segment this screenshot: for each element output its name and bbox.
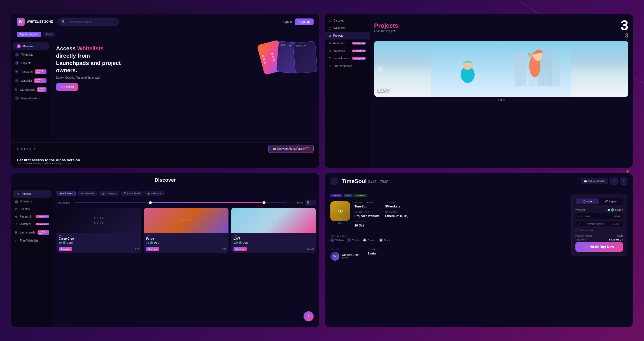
buy-button-2[interactable]: Buy now [146,247,159,251]
disc-sidebar-free[interactable]: ◌ Free Whitelists [11,237,53,244]
tab-new[interactable]: New [43,32,55,37]
item-name-2: Forge [146,237,226,240]
signup-button[interactable]: Sign Up [295,18,314,25]
buy-now-button[interactable]: 🛒 50.00 Buy Now [575,242,623,252]
prev-arrow[interactable]: ‹ [17,146,18,151]
buy-button-3[interactable]: Buy now [234,247,247,251]
item-label-3: TBA [234,235,314,237]
game-scene-svg [374,41,628,97]
card-visual-3: WHITELIST [293,41,318,74]
dot-2 [24,148,25,150]
filter-category[interactable]: ◫ Category [99,191,119,196]
next-arrow[interactable]: › [34,146,35,151]
share-icon: ⤴ [623,179,624,183]
filter-networks-icon: ⊕ [81,192,83,195]
payment-panel: Crypto Whitepay Whitelist 50 ₮ USDT 0x5b… [571,194,627,256]
landing-hero: Access Whitelists directly fromLaunchpad… [50,39,319,142]
featured-prev-arrow[interactable]: ‹ [377,66,384,72]
slider-thumb-left[interactable] [149,201,152,204]
pay-tab-crypto[interactable]: Crypto [576,198,599,204]
payment-method-row: Payment method crypto [575,235,623,237]
proj-sidebar-research[interactable]: ⊛ Research Coming soon [325,39,370,47]
proj-sidebar-watchlist[interactable]: ☆ Watchlist Coming soon [325,47,370,55]
explore-icon: ⊙ [60,85,63,88]
item-card-l3y7[interactable]: 6 TBA L3Y7 100 USDT Buy now [231,208,316,253]
hero-card-visuals: 0x12...987 WHITELIST [260,42,316,73]
filter-networks[interactable]: ⊕ Networks [78,191,98,196]
seller-name: Whitelist Zone [342,253,359,256]
pay-tab-whitepay[interactable]: Whitepay [599,198,622,204]
research-badge: Coming soon [35,69,46,74]
ts-avatar: TC 0x16... [330,201,350,221]
item-footer-2: Buy now TBC [144,246,228,253]
sidebar-item-watchlist[interactable]: ☆ Watchlist Coming soon [11,76,50,85]
pagination-dots [21,148,31,150]
disc-sidebar-launchpads[interactable]: ⚀ Launchpads Coming soon [11,228,53,237]
signin-button[interactable]: Sign in [283,20,292,24]
slider-fill [149,202,265,203]
disc-sidebar-projects[interactable]: ⊙ Projects [11,205,53,213]
buy-button-1[interactable]: Buy now [59,247,72,251]
sidebar-item-research[interactable]: ⊛ Research Coming soon [11,67,50,76]
disc-sidebar-discover[interactable]: ◎ Discover [13,190,52,198]
sidebar-item-projects[interactable]: ⊙ Projects [11,59,50,67]
sidebar-item-free-whitelists[interactable]: ◌ Free Whitelists [11,94,50,102]
disc-sidebar-watchlist[interactable]: ☆ Watchlist Coming soon [11,220,53,228]
disc-sidebar-research[interactable]: ⊛ Research Coming soon [11,213,53,220]
slider-track [75,202,287,203]
social-website[interactable]: ⊕ Website [330,238,344,242]
explore-label: Explore [64,85,74,88]
item-card-forge[interactable]: 0 x 0 2 TBA Forge 70 USDT B [144,208,228,253]
wallet-selector[interactable]: 0x5b...7946 USDT [575,213,623,219]
currency-selector[interactable]: $ [305,200,316,205]
referral-checkbox[interactable] [575,228,579,232]
filter-launchpad[interactable]: ⚀ Launchpad [121,191,143,196]
sidebar-item-launchpads[interactable]: ⚀ Launchpads Coming soon [11,85,50,94]
slider-thumb-right[interactable] [263,201,265,204]
projects-count-area: 3 3 [620,18,628,39]
calendar-button[interactable]: 📅 Add to calendar [581,178,608,184]
social-discord[interactable]: 💬 Discord [363,238,376,242]
slider-max: 100 [293,201,297,204]
proj-sidebar-free[interactable]: ◌ Free Whitelists [325,62,370,70]
share-button[interactable]: ⤴ [620,177,627,185]
proj-sidebar-projects[interactable]: ⊙ Projects [325,32,370,39]
ts-info-grid: PROJECT NAME TimeSoul TICKER $Meerkats L… [354,201,410,227]
filter-networks-label: Networks [84,192,95,195]
proj-sidebar-discover[interactable]: ◎ Discover [325,17,370,24]
disc-watchlist-badge: Coming soon [36,223,49,225]
ts-header-actions: 📅 Add to calendar ☆ ⤴ [581,177,627,185]
disc-sidebar-whitelists[interactable]: ◫ Whitelists [11,198,53,205]
alpha-pass-button[interactable]: 🎫 Get your Alpha Pass NFT [268,145,314,153]
back-button[interactable]: ‹ [330,177,338,185]
disc-free-label: Free Whitelists [20,239,38,242]
seller-info: Whitelist Zone @Lots [342,253,359,259]
filter-sale-type[interactable]: ◉ Sale type [144,191,165,196]
star-button[interactable]: ☆ [610,177,618,185]
scroll-up-button[interactable]: ↑ [304,311,314,321]
landing-tabs: Alpha Program New [11,30,319,39]
sidebar-item-discover[interactable]: ◎ Discover [13,42,49,50]
proj-sidebar-launchpads[interactable]: ⚀ Launchpads Coming soon [325,55,370,62]
item-label-1: TBA [59,235,139,237]
whitelist-price-label: Whitelist [575,209,585,211]
social-docs[interactable]: 📋 Docs [379,238,390,242]
social-twitter[interactable]: 𝕏 Twitter [347,238,360,242]
panels-container: W WHITELIST ZONE 🔍 Search for a project.… [11,14,633,327]
ts-tags: Utilities NFT GameFi [330,194,566,197]
ts-launchpad-label: LAUNCHPAD [354,211,379,213]
search-bar[interactable]: 🔍 Search for a project... [57,18,119,26]
hero-cta: Get first access to the Alpha Version Ou… [11,155,319,168]
sidebar-item-whitelists[interactable]: ◫ Whitelists [11,50,50,59]
price-slider[interactable] [75,200,287,205]
item-thumb-1: 0 x a 9· · · ·5 3 9 b [57,208,141,233]
tag-gamefi: GameFi [354,194,367,197]
twitter-icon: 𝕏 [347,238,351,242]
item-thumb-2: 0 x 0 2 [144,208,228,233]
proj-sidebar-whitelists[interactable]: ◫ Whitelists [325,24,370,32]
tab-alpha[interactable]: Alpha Program [17,32,41,37]
item-card-creep-crew[interactable]: 0 x a 9· · · ·5 3 9 b TBA Creep Crew 60 … [57,208,141,253]
ts-avatar-number: 7946 [330,222,350,224]
explore-button[interactable]: ⊙ Explore [56,83,78,91]
filter-all-items[interactable]: ⊞ All Items [57,191,76,196]
